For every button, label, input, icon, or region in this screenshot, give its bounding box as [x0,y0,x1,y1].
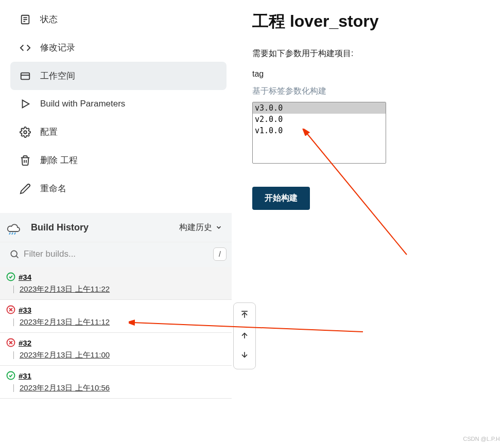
build-time[interactable]: 2023年2月13日 上午11:00 [16,350,225,360]
build-history-title: Build History [31,222,179,233]
nav-label: 修改记录 [40,42,75,53]
rename-icon [20,183,31,194]
build-history-toggle[interactable]: 构建历史 [179,222,222,233]
scroll-up-button[interactable] [239,326,250,346]
scroll-down-button[interactable] [239,346,250,367]
nav-label: 配置 [40,126,58,138]
param-hint: 基于标签参数化构建 [252,86,504,97]
build-number[interactable]: #31 [19,371,31,380]
build-number[interactable]: #32 [19,338,31,347]
build-row[interactable]: #33 2023年2月13日 上午11:12 [0,300,232,333]
nav-label: 工作空间 [40,70,75,82]
svg-marker-6 [23,100,29,108]
watermark: CSDN @L.P.H [463,436,500,442]
build-time[interactable]: 2023年2月13日 上午10:56 [16,383,225,393]
build-number[interactable]: #34 [19,273,31,281]
build-list: #34 2023年2月13日 上午11:22 #33 2023年2月13日 上午… [0,267,232,399]
page-title: 工程 lover_story [252,10,504,33]
filter-builds-input[interactable] [24,249,209,259]
build-row[interactable]: #34 2023年2月13日 上午11:22 [0,267,232,300]
svg-line-9 [12,233,13,235]
build-row[interactable]: #32 2023年2月13日 上午11:00 [0,333,232,366]
nav-build-params[interactable]: Build with Parameters [10,90,227,118]
build-row[interactable]: #31 2023年2月13日 上午10:56 [0,366,232,399]
build-button[interactable]: 开始构建 [252,187,310,210]
build-number[interactable]: #33 [19,306,31,314]
scroll-widget [233,302,256,369]
tag-option[interactable]: v2.0.0 [253,114,386,125]
weather-icon [5,220,22,235]
fail-icon [6,305,15,314]
workspace-icon [20,70,31,82]
nav-label: 重命名 [40,183,66,194]
kbd-hint: / [213,247,227,261]
build-history-header: Build History 构建历史 [0,213,232,242]
fail-icon [6,338,15,347]
build-time[interactable]: 2023年2月13日 上午11:22 [16,284,225,294]
changes-icon [20,42,31,53]
sidebar-nav: 状态 修改记录 工作空间 Build with Parameters 配置 [0,0,232,203]
gear-icon [20,127,31,138]
nav-delete[interactable]: 删除 工程 [10,146,227,174]
scroll-top-button[interactable] [239,305,250,326]
svg-rect-4 [21,73,30,79]
param-name: tag [252,69,504,79]
nav-label: 状态 [40,13,58,25]
tag-option[interactable]: v3.0.0 [253,102,386,114]
search-icon [9,249,20,259]
svg-point-11 [11,251,17,257]
chevron-down-icon [215,224,222,231]
nav-label: Build with Parameters [40,99,125,109]
svg-line-8 [9,233,10,235]
tag-option[interactable]: v1.0.0 [253,125,386,136]
nav-label: 删除 工程 [40,154,78,166]
success-icon [6,371,15,380]
toggle-label: 构建历史 [179,222,212,233]
filter-row: / [0,242,232,267]
nav-changes[interactable]: 修改记录 [10,33,227,62]
build-time[interactable]: 2023年2月13日 上午11:12 [16,317,225,327]
svg-line-10 [14,233,15,235]
success-icon [6,272,15,281]
svg-point-7 [24,131,27,134]
param-desc: 需要如下参数用于构建项目: [252,48,504,59]
delete-icon [20,155,31,166]
svg-line-12 [16,256,19,258]
nav-configure[interactable]: 配置 [10,118,227,146]
status-icon [20,14,31,25]
tag-select[interactable]: v3.0.0 v2.0.0 v1.0.0 [252,102,386,164]
play-icon [20,98,31,110]
nav-rename[interactable]: 重命名 [10,174,227,203]
nav-status[interactable]: 状态 [10,5,227,33]
nav-workspace[interactable]: 工作空间 [10,62,227,90]
